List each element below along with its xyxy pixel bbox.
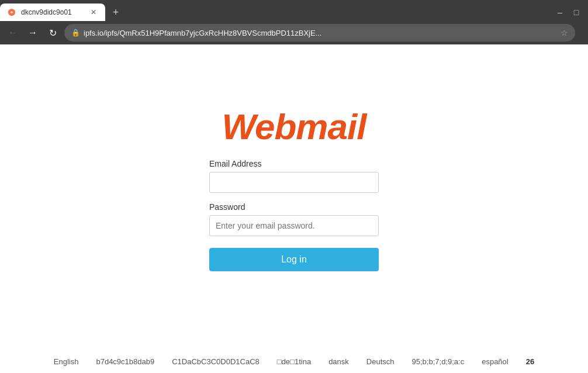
page-content: Webmail Email Address Password Log in bbox=[0, 44, 588, 350]
email-label: Email Address bbox=[209, 159, 261, 168]
footer-lang-2[interactable]: b7d4c9c1b8dab9 bbox=[96, 357, 154, 366]
password-input[interactable] bbox=[209, 215, 379, 236]
footer-lang-4[interactable]: □de□1tina bbox=[277, 357, 311, 366]
address-bar: ← → ↻ 🔒 ipfs.io/ipfs/QmRx51H9Pfamnb7yjcG… bbox=[0, 21, 588, 44]
footer-lang-dansk[interactable]: dansk bbox=[328, 357, 349, 366]
new-tab-button[interactable]: + bbox=[108, 4, 124, 20]
footer-lang-3[interactable]: C1DaCbC3C0D0D1CaC8 bbox=[172, 357, 260, 366]
footer: English b7d4c9c1b8dab9 C1DaCbC3C0D0D1CaC… bbox=[0, 350, 588, 373]
forward-button[interactable]: → bbox=[25, 25, 41, 41]
footer-number: 26 bbox=[526, 357, 534, 366]
maximize-button[interactable]: □ bbox=[569, 5, 583, 19]
footer-lang-espanol[interactable]: español bbox=[482, 357, 509, 366]
tab-favicon bbox=[7, 8, 16, 17]
address-input-wrapper[interactable]: 🔒 ipfs.io/ipfs/QmRx51H9Pfamnb7yjcGxRcHHz… bbox=[64, 24, 575, 42]
reload-button[interactable]: ↻ bbox=[44, 25, 61, 41]
login-form: Webmail Email Address Password Log in bbox=[209, 106, 379, 271]
browser-tab[interactable]: dkcnv9didc9o01 ✕ bbox=[0, 4, 105, 21]
webmail-logo: Webmail bbox=[209, 106, 379, 147]
address-text: ipfs.io/ipfs/QmRx51H9Pfamnb7yjcGxRcHHz8V… bbox=[84, 29, 557, 37]
lock-icon: 🔒 bbox=[71, 29, 80, 37]
login-button[interactable]: Log in bbox=[209, 248, 379, 271]
back-button[interactable]: ← bbox=[5, 25, 21, 41]
browser-chrome: dkcnv9didc9o01 ✕ + – □ ← → ↻ 🔒 ipfs.io/i… bbox=[0, 0, 588, 44]
tab-title: dkcnv9didc9o01 bbox=[21, 8, 84, 16]
email-input[interactable] bbox=[209, 172, 379, 193]
footer-lang-6[interactable]: 95;b;b;7;d;9;a:c bbox=[412, 357, 465, 366]
tab-close-button[interactable]: ✕ bbox=[89, 8, 98, 17]
footer-lang-deutsch[interactable]: Deutsch bbox=[366, 357, 395, 366]
password-label: Password bbox=[209, 202, 245, 212]
bookmark-icon[interactable]: ☆ bbox=[561, 28, 568, 37]
footer-lang-english[interactable]: English bbox=[54, 357, 79, 366]
tab-bar-controls: – □ bbox=[553, 5, 588, 19]
tab-bar: dkcnv9didc9o01 ✕ + – □ bbox=[0, 0, 588, 21]
minimize-button[interactable]: – bbox=[553, 5, 567, 19]
